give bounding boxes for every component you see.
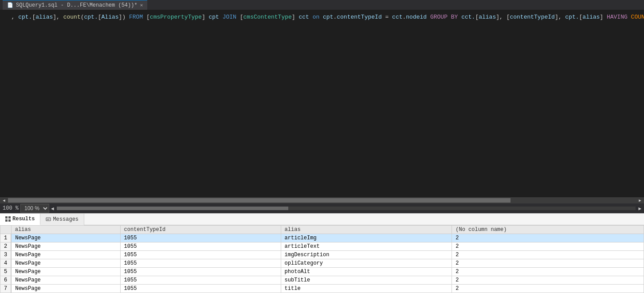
cell-count: 2 bbox=[452, 259, 644, 268]
tab-close-button[interactable]: ✕ bbox=[140, 2, 143, 8]
bottom-panel: Results Messages alias contentTypeId ali… bbox=[0, 213, 644, 293]
editor-tab[interactable]: 📄 SQLQuery1.sql - D...FE\Menachem (54))*… bbox=[3, 0, 147, 10]
cell-contentTypeId: 1055 bbox=[120, 285, 281, 293]
cell-alias2: articleText bbox=[281, 242, 452, 251]
message-icon bbox=[46, 217, 51, 222]
table-header-row: alias contentTypeId alias (No column nam… bbox=[0, 226, 644, 234]
scroll-track[interactable] bbox=[8, 198, 636, 203]
zoom-bar: 100 % 100 % 75 % 125 % 150 % ◀ ▶ bbox=[0, 203, 644, 213]
cell-contentTypeId: 1055 bbox=[120, 259, 281, 268]
cell-alias1: NewsPage bbox=[11, 285, 120, 293]
row-number: 4 bbox=[0, 259, 12, 268]
cell-alias1: NewsPage bbox=[11, 234, 120, 242]
editor-content: , cpt.[alias] , count(cpt.[Alias]) FROM … bbox=[0, 10, 644, 197]
cell-contentTypeId: 1055 bbox=[120, 268, 281, 276]
scroll-left-button[interactable]: ◀ bbox=[1, 197, 7, 203]
scroll-right-button[interactable]: ▶ bbox=[637, 197, 643, 203]
table-row[interactable]: 7NewsPage1055title2 bbox=[0, 285, 644, 293]
cell-alias1: NewsPage bbox=[11, 251, 120, 259]
cell-count: 2 bbox=[452, 242, 644, 251]
row-number: 7 bbox=[0, 285, 12, 293]
table-row[interactable]: 4NewsPage1055opliCategory2 bbox=[0, 259, 644, 268]
cell-contentTypeId: 1055 bbox=[120, 242, 281, 251]
col-no-column-name[interactable]: (No column name) bbox=[452, 226, 644, 234]
cell-alias2: articleImg bbox=[281, 234, 452, 242]
row-number: 6 bbox=[0, 276, 12, 285]
cell-count: 2 bbox=[452, 276, 644, 285]
horizontal-scrollbar[interactable]: ◀ ▶ bbox=[0, 197, 644, 203]
table-row[interactable]: 2NewsPage1055articleText2 bbox=[0, 242, 644, 251]
svg-rect-0 bbox=[5, 216, 8, 219]
zoom-label: 100 % bbox=[3, 205, 19, 211]
svg-rect-3 bbox=[8, 219, 11, 222]
svg-rect-1 bbox=[8, 216, 11, 219]
row-number: 2 bbox=[0, 242, 12, 251]
table-row[interactable]: 5NewsPage1055photoAlt2 bbox=[0, 268, 644, 276]
zoom-scroll-right-button[interactable]: ▶ bbox=[638, 206, 641, 211]
cell-alias1: NewsPage bbox=[11, 268, 120, 276]
row-number: 5 bbox=[0, 268, 12, 276]
results-table-container[interactable]: alias contentTypeId alias (No column nam… bbox=[0, 225, 644, 293]
cell-alias1: NewsPage bbox=[11, 259, 120, 268]
col-alias2[interactable]: alias bbox=[281, 226, 452, 234]
cell-contentTypeId: 1055 bbox=[120, 234, 281, 242]
zoom-select[interactable]: 100 % 75 % 125 % 150 % bbox=[20, 204, 49, 213]
results-table: alias contentTypeId alias (No column nam… bbox=[0, 225, 644, 293]
tab-messages[interactable]: Messages bbox=[40, 214, 84, 225]
col-contentTypeId[interactable]: contentTypeId bbox=[120, 226, 281, 234]
table-row[interactable]: 6NewsPage1055subTitle2 bbox=[0, 276, 644, 285]
results-tab-label: Results bbox=[12, 216, 35, 222]
tab-results[interactable]: Results bbox=[0, 214, 40, 225]
row-number: 3 bbox=[0, 251, 12, 259]
svg-rect-2 bbox=[5, 219, 8, 222]
table-row[interactable]: 3NewsPage1055imgDescription2 bbox=[0, 251, 644, 259]
cell-alias2: imgDescription bbox=[281, 251, 452, 259]
cell-alias2: subTitle bbox=[281, 276, 452, 285]
results-tabs-bar: Results Messages bbox=[0, 214, 644, 225]
zoom-scroll-left-button[interactable]: ◀ bbox=[51, 206, 54, 211]
cell-count: 2 bbox=[452, 268, 644, 276]
col-alias1[interactable]: alias bbox=[11, 226, 120, 234]
cell-count: 2 bbox=[452, 285, 644, 293]
tab-label: SQLQuery1.sql - D...FE\Menachem (54))* bbox=[16, 2, 137, 8]
title-bar: 📄 SQLQuery1.sql - D...FE\Menachem (54))*… bbox=[0, 0, 644, 10]
cell-count: 2 bbox=[452, 234, 644, 242]
col-rownum bbox=[0, 226, 12, 234]
cell-count: 2 bbox=[452, 251, 644, 259]
cell-contentTypeId: 1055 bbox=[120, 251, 281, 259]
cell-contentTypeId: 1055 bbox=[120, 276, 281, 285]
cell-alias2: title bbox=[281, 285, 452, 293]
table-row[interactable]: 1NewsPage1055articleImg2 bbox=[0, 234, 644, 242]
sql-file-icon: 📄 bbox=[7, 2, 13, 8]
cell-alias2: opliCategory bbox=[281, 259, 452, 268]
cell-alias2: photoAlt bbox=[281, 268, 452, 276]
scroll-thumb[interactable] bbox=[8, 198, 510, 203]
messages-tab-label: Messages bbox=[53, 216, 79, 223]
code-line-1: , cpt.[alias] , count(cpt.[Alias]) FROM … bbox=[4, 13, 644, 21]
grid-icon bbox=[5, 216, 11, 222]
row-number: 1 bbox=[0, 234, 12, 242]
editor-area[interactable]: , cpt.[alias] , count(cpt.[Alias]) FROM … bbox=[0, 10, 644, 197]
cell-alias1: NewsPage bbox=[11, 276, 120, 285]
cell-alias1: NewsPage bbox=[11, 242, 120, 251]
